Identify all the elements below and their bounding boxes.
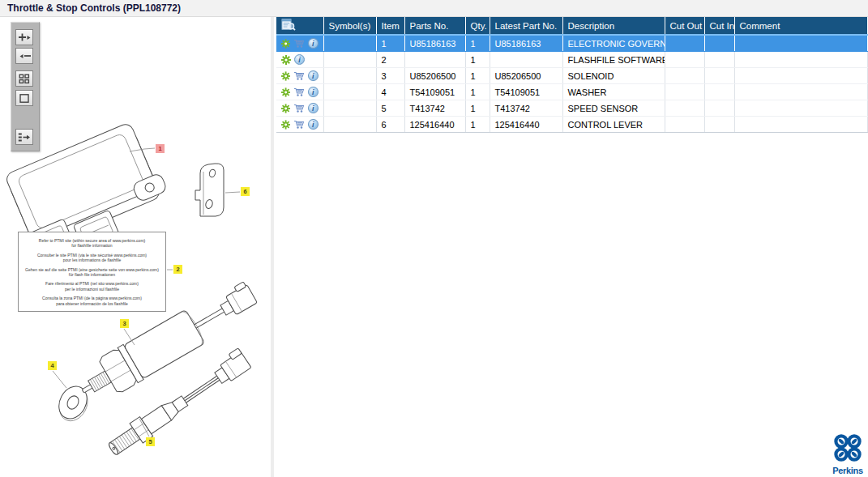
fit-view-button[interactable] xyxy=(15,90,33,106)
column-header-label: Latest Part No. xyxy=(495,21,558,31)
cut-out-cell xyxy=(665,52,704,68)
gear-icon[interactable] xyxy=(281,71,290,81)
cut-out-cell xyxy=(665,68,704,84)
zoom-out-button[interactable] xyxy=(15,48,33,64)
table-row[interactable]: i1U851861631U85186163ELECTRONIC GOVERNOR xyxy=(276,35,868,52)
tile-view-icon xyxy=(19,74,30,84)
column-header-label: Comment xyxy=(740,21,780,31)
symbols-cell xyxy=(323,68,376,84)
latest-part-no-cell: T413742 xyxy=(490,100,562,117)
column-header-comment[interactable]: Comment xyxy=(734,17,868,35)
table-row[interactable]: i3U852065001U85206500SOLENOID xyxy=(276,68,868,84)
description-cell: FLASHFILE SOFTWARE xyxy=(562,52,665,68)
parts-no-cell: T54109051 xyxy=(404,84,465,100)
parts-no-cell: U85186163 xyxy=(404,35,465,52)
cut-in-cell xyxy=(704,100,734,117)
qty-cell: 1 xyxy=(465,52,490,68)
parts-table: Symbol(s)ItemParts No.Qty.Latest Part No… xyxy=(276,17,868,133)
comment-cell xyxy=(734,35,868,52)
info-icon[interactable]: i xyxy=(294,54,305,65)
item-cell: 5 xyxy=(376,100,404,117)
zoom-in-button[interactable] xyxy=(15,29,33,45)
info-icon[interactable]: i xyxy=(308,70,318,81)
cut-in-cell xyxy=(704,117,734,133)
column-header-qty[interactable]: Qty. xyxy=(465,17,490,35)
callout-1[interactable]: 1 xyxy=(156,144,165,153)
table-row[interactable]: i21FLASHFILE SOFTWARE xyxy=(276,52,868,68)
symbols-cell xyxy=(323,84,376,100)
qty-cell: 1 xyxy=(465,68,490,84)
collapse-panel-button[interactable] xyxy=(15,129,33,145)
title-bar: Throttle & Stop Controls (PPL108772) xyxy=(0,0,868,17)
info-icon[interactable]: i xyxy=(308,87,318,97)
info-icon[interactable]: i xyxy=(308,103,318,113)
qty-cell: 1 xyxy=(465,100,490,117)
column-header-latest-part-no[interactable]: Latest Part No. xyxy=(490,17,562,35)
gear-icon[interactable] xyxy=(281,104,290,113)
column-header-label: Qty. xyxy=(471,21,487,31)
column-header-item[interactable]: Item xyxy=(376,17,404,35)
perkins-logo-text: Perkins xyxy=(830,466,866,475)
cut-out-cell xyxy=(665,35,704,52)
callout-2[interactable]: 2 xyxy=(173,265,182,274)
callout-6[interactable]: 6 xyxy=(241,187,250,196)
row-icons-cell: i xyxy=(276,117,323,133)
note-line: für flash file informationen xyxy=(19,272,165,277)
row-icons-cell: i xyxy=(276,35,323,52)
gear-icon[interactable] xyxy=(281,87,290,97)
cut-out-cell xyxy=(665,100,704,117)
page-title: Throttle & Stop Controls (PPL108772) xyxy=(0,2,181,14)
callout-4[interactable]: 4 xyxy=(48,361,57,370)
column-header-description[interactable]: Description xyxy=(562,17,665,35)
column-header-symbol-s[interactable]: Symbol(s) xyxy=(323,17,376,35)
gear-icon[interactable] xyxy=(281,120,290,130)
column-header-cut-in[interactable]: Cut In xyxy=(704,17,734,35)
cart-icon[interactable] xyxy=(293,38,305,49)
description-cell: CONTROL LEVER xyxy=(562,117,665,133)
perkins-logo: Perkins xyxy=(830,433,866,475)
column-header-label: Symbol(s) xyxy=(329,21,371,31)
row-icons-cell: i xyxy=(276,84,323,100)
info-icon[interactable]: i xyxy=(308,119,318,130)
info-icon[interactable]: i xyxy=(308,38,318,49)
parts-no-cell: U85206500 xyxy=(404,68,465,84)
table-row[interactable]: i5T4137421T413742SPEED SENSOR xyxy=(276,100,868,117)
image-preview-header[interactable] xyxy=(276,17,323,35)
column-header-label: Description xyxy=(568,21,615,31)
callout-5[interactable]: 5 xyxy=(146,437,155,446)
column-header-label: Parts No. xyxy=(410,21,449,31)
callout-3[interactable]: 3 xyxy=(120,319,129,328)
diagram-toolbar xyxy=(11,22,40,151)
qty-cell: 1 xyxy=(465,117,490,133)
parts-table-panel: Symbol(s)ItemParts No.Qty.Latest Part No… xyxy=(276,17,868,133)
cart-icon[interactable] xyxy=(293,119,305,130)
cut-in-cell xyxy=(704,52,734,68)
cart-icon[interactable] xyxy=(293,70,305,81)
column-header-parts-no[interactable]: Parts No. xyxy=(404,17,465,35)
column-header-cut-out[interactable]: Cut Out xyxy=(665,17,704,35)
table-row[interactable]: i4T541090511T54109051WASHER xyxy=(276,84,868,100)
cart-icon[interactable] xyxy=(293,103,305,113)
zoom-out-icon xyxy=(18,51,32,62)
gear-icon[interactable] xyxy=(281,55,291,65)
table-row[interactable]: i61254164401125416440CONTROL LEVER xyxy=(276,117,868,133)
zoom-in-icon xyxy=(18,32,32,43)
column-header-label: Cut In xyxy=(710,21,735,31)
panel-divider[interactable] xyxy=(271,16,274,477)
fit-view-icon xyxy=(19,93,30,104)
symbols-cell xyxy=(323,100,376,117)
comment-cell xyxy=(734,84,868,100)
comment-cell xyxy=(734,117,868,133)
cart-icon[interactable] xyxy=(293,87,305,97)
tile-view-button[interactable] xyxy=(15,70,33,87)
note-paragraph: Consulta la zona PTMI (de la página www.… xyxy=(19,296,165,306)
gear-icon[interactable] xyxy=(281,39,290,49)
parts-no-cell xyxy=(404,52,465,68)
note-paragraph: Fare riferimento al PTMI (nel sito www.p… xyxy=(19,281,165,292)
collapse-panel-icon xyxy=(18,132,31,143)
description-cell: SOLENOID xyxy=(562,68,665,84)
row-icons-cell: i xyxy=(276,68,323,84)
note-paragraph: Refer to PTMI site (within secure area o… xyxy=(19,238,165,249)
cut-out-cell xyxy=(665,84,704,100)
item-cell: 3 xyxy=(376,68,404,84)
